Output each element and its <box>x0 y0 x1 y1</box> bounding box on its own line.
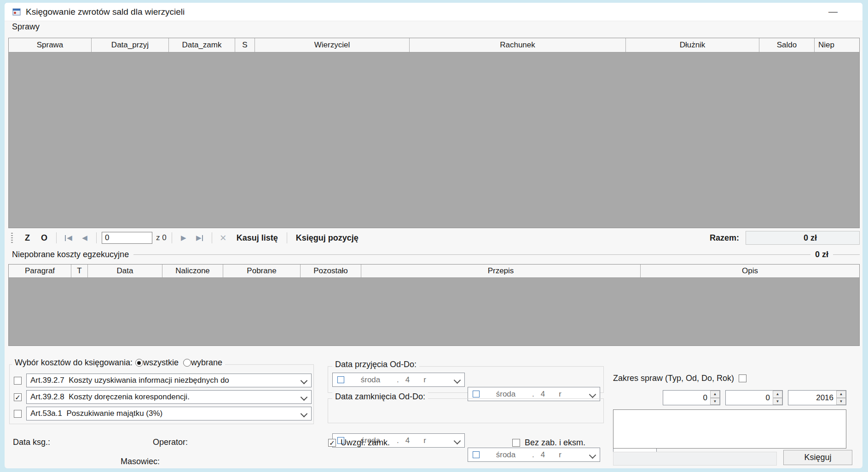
datepicker-day: środa <box>354 375 387 385</box>
zakres-od-value: 0 <box>663 391 710 405</box>
data-zamkniecia-group <box>328 398 604 423</box>
zakres-do-value: 0 <box>726 391 773 405</box>
kasuj-liste-button[interactable]: Kasuj listę <box>231 231 284 245</box>
koszty-grid: Paragraf T Data Naliczone Pobrane Pozost… <box>8 264 860 346</box>
data-zamkniecia-label: Data zamknięcia Od-Do: <box>332 392 428 402</box>
datepicker-suffix: r <box>423 375 426 385</box>
ksieguj-pozycje-button[interactable]: Księguj pozycję <box>290 231 364 245</box>
operator-label: Operator: <box>153 435 188 449</box>
column-header-dluznik[interactable]: Dłużnik <box>626 38 759 52</box>
zakres-notes-textarea[interactable] <box>613 409 846 449</box>
radio-wybrane-label[interactable]: wybrane <box>191 358 222 368</box>
datepicker-suffix: r <box>559 390 561 399</box>
bez-zab-label[interactable]: Bez zab. i eksm. <box>525 438 585 448</box>
koszt-checkbox-art-53a-1[interactable] <box>14 410 22 418</box>
bez-zab-row: Bez zab. i eksm. <box>512 438 585 448</box>
column-header-sprawa[interactable]: Sprawa <box>9 38 92 52</box>
toolbar-separator <box>287 232 287 243</box>
razem-label: Razem: <box>710 233 739 243</box>
check-icon: ✓ <box>15 394 21 401</box>
spinner-arrows[interactable]: ▲▼ <box>710 391 720 405</box>
delete-icon[interactable]: × <box>215 231 231 244</box>
chevron-down-icon <box>589 391 596 398</box>
zakres-rok-spinner[interactable]: 2016 ▲▼ <box>788 390 846 405</box>
column-header-pobrane[interactable]: Pobrane <box>223 265 301 277</box>
ksieguj-button[interactable]: Księguj <box>783 450 852 465</box>
minimize-button[interactable]: — <box>825 5 841 18</box>
zakres-checkbox[interactable] <box>739 374 746 382</box>
column-header-data-zamk[interactable]: Data_zamk <box>169 38 235 52</box>
spinner-arrows[interactable]: ▲▼ <box>836 391 846 405</box>
column-header-s[interactable]: S <box>235 38 255 52</box>
koszty-grid-body[interactable] <box>9 278 859 345</box>
sprawy-grid-header: Sprawa Data_przyj Data_zamk S Wierzyciel… <box>9 38 859 52</box>
koszty-group-label: Niepobrane koszty egzekucyjne <box>12 250 129 259</box>
koszt-checkbox-art-39-2-8[interactable]: ✓ <box>14 393 22 401</box>
datepicker-przyjecia-od[interactable]: środa . 4 r <box>332 373 465 387</box>
first-record-icon: ◀ <box>67 234 72 242</box>
koszt-combo-text: Art.39.2.8 Koszty doręczenia koresponden… <box>30 392 190 402</box>
datepicker-checkbox[interactable] <box>473 451 480 458</box>
datepicker-dot: . <box>397 436 399 445</box>
column-header-paragraf[interactable]: Paragraf <box>9 265 71 277</box>
last-record-button[interactable]: ▶ <box>192 231 208 244</box>
desktop-background: Księgowanie zwrotów sald dla wierzycieli… <box>0 0 868 472</box>
radio-wybrane[interactable] <box>183 359 191 367</box>
koszt-combo-art-53a-1[interactable]: Art.53a.1 Poszukiwanie majątku (3%) <box>26 407 312 420</box>
koszt-combo-art-39-2-8[interactable]: Art.39.2.8 Koszty doręczenia koresponden… <box>26 390 312 404</box>
toolbar-separator <box>96 232 97 243</box>
datepicker-num: 4 <box>541 390 545 399</box>
chevron-down-icon <box>454 377 461 384</box>
data-przyjecia-label: Data przyjęcia Od-Do: <box>332 360 419 369</box>
column-header-przepis[interactable]: Przepis <box>361 265 641 277</box>
column-header-t[interactable]: T <box>71 265 88 277</box>
datepicker-num: 4 <box>405 375 410 385</box>
z-button[interactable]: Z <box>19 231 35 245</box>
chevron-down-icon <box>301 377 308 385</box>
koszt-combo-art-39-2-7[interactable]: Art.39.2.7 Koszty uzyskiwania informacji… <box>26 374 312 387</box>
column-header-data-przyj[interactable]: Data_przyj <box>92 38 169 52</box>
sprawy-group-label: Sprawy <box>12 22 40 32</box>
chevron-down-icon <box>301 394 308 401</box>
first-record-button[interactable]: ◀ <box>60 231 76 244</box>
column-header-wierzyciel[interactable]: Wierzyciel <box>255 38 410 52</box>
bez-zab-checkbox[interactable] <box>512 439 520 447</box>
uwzgl-zamk-checkbox[interactable]: ✓ <box>328 439 336 447</box>
app-icon <box>12 7 21 17</box>
column-header-opis[interactable]: Opis <box>641 265 859 277</box>
spinner-up-icon: ▲ <box>773 391 782 398</box>
uwzgl-zamk-label[interactable]: Uwzgl. zamk. <box>341 438 390 448</box>
sprawy-grid-body[interactable] <box>9 52 859 228</box>
column-header-niepobrane[interactable]: Niep <box>815 38 859 52</box>
o-button[interactable]: O <box>35 231 53 245</box>
spinner-down-icon: ▼ <box>710 398 720 405</box>
zakres-do-spinner[interactable]: 0 ▲▼ <box>725 390 783 405</box>
next-record-icon: ▶ <box>181 234 186 242</box>
toolbar-grip[interactable] <box>11 233 13 243</box>
spinner-arrows[interactable]: ▲▼ <box>773 391 782 405</box>
datepicker-day: środa <box>490 450 522 460</box>
previous-record-button[interactable]: ◀ <box>76 231 93 244</box>
record-position-input[interactable]: 0 <box>102 232 152 244</box>
radio-wszystkie[interactable] <box>135 359 143 367</box>
next-record-button[interactable]: ▶ <box>175 231 192 244</box>
datepicker-checkbox[interactable] <box>473 391 480 397</box>
datepicker-checkbox[interactable] <box>337 376 344 383</box>
koszt-checkbox-art-39-2-7[interactable] <box>14 377 22 385</box>
column-header-pozostalo[interactable]: Pozostało <box>301 265 361 277</box>
toolbar-separator <box>212 232 212 243</box>
koszt-row-art-39-2-8: ✓ Art.39.2.8 Koszty doręczenia korespond… <box>14 390 312 404</box>
datepicker-day: środa <box>490 390 522 399</box>
datepicker-zamkniecia-do[interactable]: środa . 4 r <box>468 448 600 462</box>
toolbar: Z O ◀ ◀ 0 z 0 ▶ ▶ × Kasuj listę Księguj … <box>8 229 860 247</box>
datepicker-num: 4 <box>541 450 545 460</box>
radio-wszystkie-label[interactable]: wszystkie <box>143 358 179 368</box>
toolbar-separator <box>172 232 172 243</box>
column-header-saldo[interactable]: Saldo <box>759 38 815 52</box>
column-header-naliczone[interactable]: Naliczone <box>162 265 223 277</box>
column-header-rachunek[interactable]: Rachunek <box>410 38 626 52</box>
zakres-od-spinner[interactable]: 0 ▲▼ <box>663 390 720 405</box>
datepicker-dot: . <box>397 375 399 385</box>
column-header-data[interactable]: Data <box>88 265 162 277</box>
koszt-row-art-53a-1: Art.53a.1 Poszukiwanie majątku (3%) <box>14 407 312 420</box>
